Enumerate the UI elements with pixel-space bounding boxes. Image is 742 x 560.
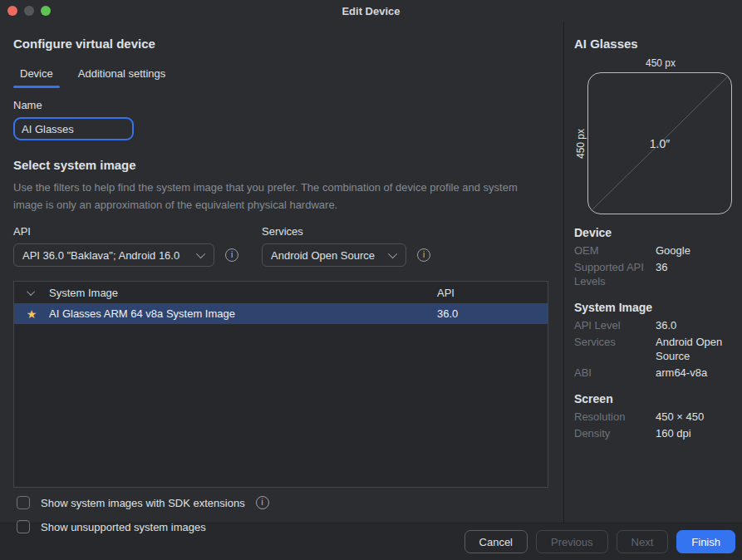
tab-bar: Device Additional settings <box>13 61 550 88</box>
supported-api-label: Supported API Levels <box>574 260 656 288</box>
api-level-label: API Level <box>574 318 656 332</box>
system-image-table: System Image API ★ AI Glasses ARM 64 v8a… <box>13 281 548 488</box>
api-dropdown-value: API 36.0 "Baklava"; Android 16.0 <box>22 249 179 262</box>
column-header-api[interactable]: API <box>437 287 548 299</box>
services-dropdown[interactable]: Android Open Source <box>262 243 406 267</box>
services-info-icon[interactable] <box>417 248 430 262</box>
tab-additional-settings[interactable]: Additional settings <box>71 61 173 88</box>
titlebar: Edit Device <box>0 0 742 22</box>
resolution-label: Resolution <box>574 410 656 424</box>
next-button: Next <box>617 530 669 553</box>
sdk-extensions-checkbox-label: Show system images with SDK extensions <box>41 497 245 509</box>
previous-button: Previous <box>536 530 608 553</box>
select-system-image-description: Use the filters to help find the system … <box>13 179 538 214</box>
detail-row-oem: OEM Google <box>574 242 732 258</box>
traffic-lights <box>0 6 51 16</box>
preview-diagonal-label: 1.0″ <box>588 73 731 214</box>
abi-label: ABI <box>574 366 656 380</box>
oem-value: Google <box>656 243 732 258</box>
table-header: System Image API <box>14 282 548 303</box>
chevron-down-icon <box>196 249 205 258</box>
column-header-system-image[interactable]: System Image <box>49 287 437 299</box>
services-label: Services <box>574 335 656 363</box>
tab-device[interactable]: Device <box>13 61 60 88</box>
select-system-image-heading: Select system image <box>13 158 550 172</box>
detail-row-services: Services Android Open Source <box>574 333 732 364</box>
api-filter-group: API API 36.0 "Baklava"; Android 16.0 <box>13 225 238 267</box>
device-screen-preview: 450 px 1.0″ <box>574 72 732 214</box>
detail-row-api-level: API Level 36.0 <box>574 317 732 333</box>
detail-row-abi: ABI arm64-v8a <box>574 364 732 381</box>
system-image-api: 36.0 <box>437 307 548 320</box>
panel-device-title: AI Glasses <box>574 37 732 51</box>
detail-row-density: Density 160 dpi <box>574 425 732 441</box>
sort-chevron-icon[interactable] <box>27 287 35 296</box>
minimize-window-button <box>24 6 34 16</box>
density-value: 160 dpi <box>656 426 732 440</box>
edit-device-dialog: Edit Device Configure virtual device Dev… <box>0 0 742 560</box>
maximize-window-button[interactable] <box>41 6 51 16</box>
services-value: Android Open Source <box>656 335 732 363</box>
abi-value: arm64-v8a <box>656 366 732 380</box>
services-dropdown-value: Android Open Source <box>271 249 375 262</box>
system-image-name: AI Glasses ARM 64 v8a System Image <box>49 307 437 320</box>
oem-label: OEM <box>574 243 656 258</box>
device-section-heading: Device <box>574 226 732 239</box>
system-image-section-heading: System Image <box>574 301 732 314</box>
cancel-button[interactable]: Cancel <box>464 530 528 553</box>
device-name-input[interactable] <box>13 117 134 140</box>
supported-api-value: 36 <box>656 260 732 288</box>
filters-row: API API 36.0 "Baklava"; Android 16.0 Ser… <box>13 225 550 267</box>
main-content: Configure virtual device Device Addition… <box>0 22 563 523</box>
sdk-extensions-checkbox[interactable] <box>17 496 30 509</box>
finish-button[interactable]: Finish <box>676 530 735 553</box>
preview-height-label: 450 px <box>575 128 587 158</box>
page-title: Configure virtual device <box>13 37 550 51</box>
services-filter-group: Services Android Open Source <box>262 225 430 267</box>
sdk-extensions-info-icon[interactable] <box>256 496 269 509</box>
unsupported-checkbox[interactable] <box>17 520 30 533</box>
services-filter-label: Services <box>262 225 430 238</box>
sdk-extensions-checkbox-row: Show system images with SDK extensions <box>13 496 550 509</box>
api-level-value: 36.0 <box>656 318 732 332</box>
name-label: Name <box>13 99 550 111</box>
density-label: Density <box>574 426 656 440</box>
unsupported-checkbox-label: Show unsupported system images <box>41 521 206 533</box>
star-icon[interactable]: ★ <box>27 308 37 320</box>
close-window-button[interactable] <box>7 6 17 16</box>
chevron-down-icon <box>388 249 397 258</box>
api-info-icon[interactable] <box>225 248 238 262</box>
screen-outline: 1.0″ <box>587 72 732 214</box>
api-dropdown[interactable]: API 36.0 "Baklava"; Android 16.0 <box>13 243 214 267</box>
preview-width-label: 450 px <box>589 57 732 69</box>
device-details-panel: AI Glasses 450 px 450 px 1.0″ Device OEM… <box>563 22 742 523</box>
table-row[interactable]: ★ AI Glasses ARM 64 v8a System Image 36.… <box>14 303 548 324</box>
resolution-value: 450 × 450 <box>656 410 732 424</box>
detail-row-supported-api: Supported API Levels 36 <box>574 258 732 289</box>
detail-row-resolution: Resolution 450 × 450 <box>574 408 732 425</box>
unsupported-checkbox-row: Show unsupported system images <box>13 520 550 533</box>
api-filter-label: API <box>13 225 238 238</box>
screen-section-heading: Screen <box>574 392 732 405</box>
window-title: Edit Device <box>0 5 742 17</box>
